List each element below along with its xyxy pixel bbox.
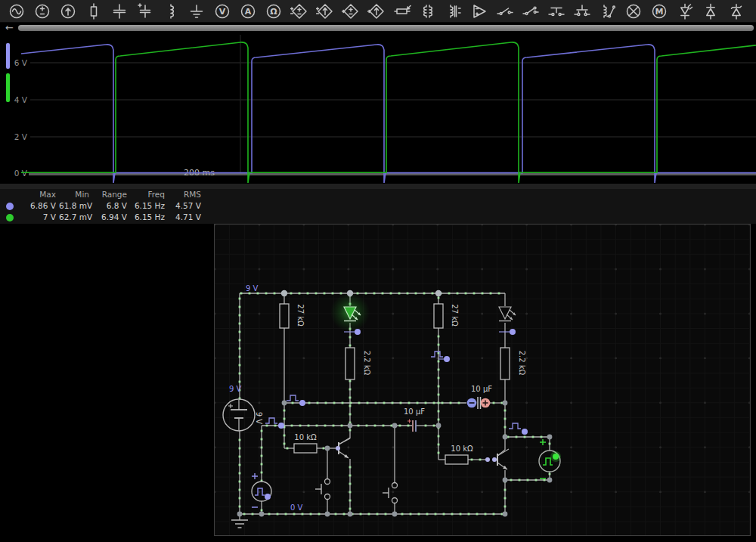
resistor-27k-right[interactable]: [434, 304, 443, 328]
relay-icon: [599, 2, 617, 20]
vccs-source-icon: [316, 2, 334, 20]
node-voltage-label: 9 V: [229, 385, 242, 393]
vcvs-source-tool-button[interactable]: [290, 2, 309, 21]
transformer-iron-core-tool-button[interactable]: [444, 2, 463, 21]
zener-diode-tool-button[interactable]: [727, 2, 746, 21]
motor-tool-button[interactable]: M: [649, 2, 669, 21]
circuit-schematic[interactable]: 9 V9 V9 V0 V27 kΩ27 kΩ2.2 kΩ2.2 kΩ10 kΩ1…: [215, 225, 750, 535]
zener-diode-icon: [727, 2, 745, 20]
lamp-icon: [624, 2, 643, 20]
led-left-lit[interactable]: [330, 293, 370, 332]
inductor-tool-button[interactable]: [161, 2, 181, 21]
svg-text:M: M: [655, 7, 664, 17]
scope-probes[interactable]: [265, 329, 528, 435]
cccs-source-tool-button[interactable]: [367, 2, 386, 21]
resistor-10k-left[interactable]: [294, 444, 317, 453]
component-value-label: 10 µF: [404, 407, 425, 416]
node-voltage-label: 9 V: [246, 284, 259, 293]
led-tool-button[interactable]: [675, 2, 695, 21]
current-source-icon: [59, 2, 77, 20]
channel-2-color-bar[interactable]: [6, 73, 10, 102]
op-amp-icon: [470, 2, 488, 20]
diode-tool-button[interactable]: [701, 2, 720, 21]
vccs-source-tool-button[interactable]: [315, 2, 335, 21]
current-source-tool-button[interactable]: [58, 2, 78, 21]
measurement-value: 6.86 V: [23, 200, 59, 212]
node-voltage-label: 0 V: [290, 503, 303, 512]
ammeter-tool-button[interactable]: A: [238, 2, 258, 21]
resistor-10k-right[interactable]: [445, 455, 468, 464]
relay-tool-button[interactable]: [598, 2, 618, 21]
polarized-capacitor-icon: [136, 2, 154, 20]
measurements-header: Range: [92, 189, 130, 200]
ac-source-icon: [8, 2, 26, 20]
vcvs-source-icon: [290, 2, 308, 20]
component-value-label: 2.2 kΩ: [363, 351, 371, 376]
ohmmeter-tool-button[interactable]: Ω: [264, 2, 284, 21]
scroll-left-arrow-icon[interactable]: ←: [5, 23, 14, 33]
measurement-value: 6.15 Hz: [130, 200, 168, 212]
ac-source-tool-button[interactable]: [7, 2, 26, 21]
canvas-grid: [215, 225, 750, 535]
transformer-tool-button[interactable]: [418, 2, 438, 21]
svg-text:A: A: [245, 7, 252, 17]
y-tick-label: 2 V: [14, 132, 28, 141]
spst-switch-icon: [496, 2, 514, 20]
cccs-source-icon: [367, 2, 386, 20]
transformer-icon: [419, 2, 437, 20]
ccvs-source-tool-button[interactable]: [341, 2, 361, 21]
pushbutton-nc-icon: [573, 2, 591, 20]
voltmeter-tool-button[interactable]: V: [212, 2, 232, 21]
measurement-value: 62.7 mV: [59, 212, 92, 223]
measurements-table: MaxMinRangeFreqRMS6.86 V61.8 mV6.8 V6.15…: [0, 189, 756, 223]
capacitor-tool-button[interactable]: [110, 2, 129, 21]
svg-text:Ω: Ω: [270, 7, 277, 17]
pushbutton-tool-button[interactable]: [547, 2, 566, 21]
pushbutton-left[interactable]: [315, 479, 330, 500]
oscilloscope-plot[interactable]: 6 V4 V2 V0 V200 ms: [0, 33, 756, 189]
scrollbar-track[interactable]: [18, 25, 754, 31]
measurements-header: RMS: [168, 189, 204, 200]
resistor-2.2k-right[interactable]: [500, 348, 510, 379]
circuit-simulator-app: VAΩM ← 6 V4 V2 V0 V200 ms MaxMinRangeFre…: [0, 0, 756, 542]
pushbutton-right[interactable]: [383, 483, 398, 503]
channel-2-dot[interactable]: [0, 212, 23, 223]
scope-scrollbar[interactable]: ←: [0, 23, 756, 33]
component-toolbar: VAΩM: [0, 0, 756, 23]
channel-1-color-bar[interactable]: [6, 43, 10, 69]
channel-1-dot[interactable]: [0, 200, 23, 212]
op-amp-tool-button[interactable]: [469, 2, 489, 21]
measurement-value: 61.8 mV: [59, 200, 92, 212]
potentiometer-tool-button[interactable]: [392, 2, 412, 21]
inductor-icon: [162, 2, 180, 20]
scope-probe-dot: [265, 494, 271, 500]
transformer-iron-core-icon: [445, 2, 463, 20]
component-value-label: 2.2 kΩ: [518, 351, 526, 376]
battery-9v[interactable]: [223, 399, 255, 431]
y-tick-label: 6 V: [14, 58, 28, 67]
battery-icon: [33, 2, 51, 20]
ground-icon: [187, 2, 206, 20]
trace-channel-1: [0, 45, 756, 183]
resistor-2.2k-left[interactable]: [345, 348, 355, 379]
circuit-canvas[interactable]: 9 V9 V9 V0 V27 kΩ27 kΩ2.2 kΩ2.2 kΩ10 kΩ1…: [214, 224, 751, 536]
ammeter-icon: A: [239, 2, 257, 20]
component-value-label: 10 µF: [471, 385, 492, 393]
measurements-corner: [0, 189, 23, 200]
battery-tool-button[interactable]: [33, 2, 52, 21]
polarized-capacitor-tool-button[interactable]: [135, 2, 155, 21]
measurement-value: 6.8 V: [92, 200, 130, 212]
scrollbar-thumb[interactable]: [18, 25, 754, 31]
component-value-label: 10 kΩ: [294, 433, 317, 441]
npn-transistor-right[interactable]: [497, 449, 509, 469]
pushbutton-icon: [547, 2, 565, 20]
pushbutton-nc-tool-button[interactable]: [572, 2, 592, 21]
resistor-27k-left[interactable]: [280, 304, 289, 328]
ground-tool-button[interactable]: [187, 2, 206, 21]
measurements-header: Freq: [130, 189, 168, 200]
resistor-tool-button[interactable]: [84, 2, 104, 21]
spst-switch-tool-button[interactable]: [495, 2, 515, 21]
spdt-switch-tool-button[interactable]: [521, 2, 541, 21]
lamp-tool-button[interactable]: [624, 2, 643, 21]
spdt-switch-icon: [522, 2, 540, 20]
